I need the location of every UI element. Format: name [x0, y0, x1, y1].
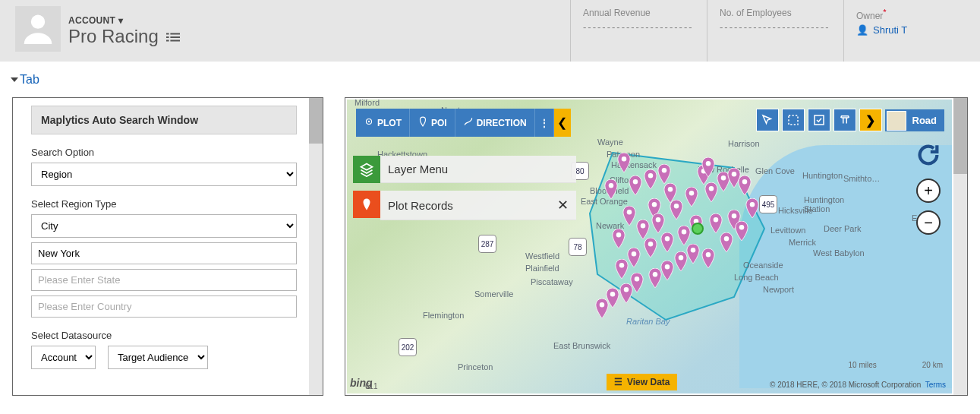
pushpin[interactable]	[669, 200, 684, 220]
pushpin[interactable]	[660, 232, 675, 252]
state-input[interactable]	[31, 269, 297, 291]
scrollbar[interactable]	[953, 98, 967, 395]
pushpin[interactable]	[651, 213, 666, 233]
svg-point-31	[724, 236, 729, 242]
refresh-button[interactable]	[915, 142, 941, 171]
list-icon[interactable]	[166, 26, 180, 47]
pushpin[interactable]	[685, 244, 701, 264]
svg-point-36	[616, 232, 622, 238]
view-data-button[interactable]: ☰ View Data	[607, 374, 677, 390]
collapse-left-button[interactable]: ❮	[554, 109, 571, 137]
map[interactable]: Milford Newton Hackettstown Wayne Paters…	[347, 100, 952, 393]
svg-point-25	[635, 277, 640, 282]
map-toolbar: PLOT POI DIRECTION ⋮ ❮	[356, 109, 571, 137]
pushpin[interactable]	[701, 157, 716, 177]
owner-link[interactable]: Shruti T	[873, 24, 907, 36]
pushpin[interactable]	[643, 238, 658, 258]
map-type-selector[interactable]: Road	[885, 109, 945, 131]
list-icon: ☰	[614, 377, 622, 387]
pushpin[interactable]	[622, 206, 637, 226]
city-input[interactable]	[31, 242, 297, 264]
select-tool[interactable]	[756, 109, 779, 131]
pushpin[interactable]	[611, 229, 626, 248]
field-annual-revenue[interactable]: Annual Revenue -----------------------	[570, 0, 707, 62]
person-icon	[21, 11, 55, 47]
svg-point-22	[648, 242, 654, 247]
svg-point-24	[619, 263, 625, 268]
region-type-label: Select Region Type	[31, 198, 297, 210]
field-owner[interactable]: Owner* 👤 Shruti T	[843, 0, 980, 62]
svg-point-13	[721, 175, 726, 181]
zoom-in-button[interactable]: +	[916, 179, 941, 203]
svg-point-29	[691, 248, 696, 253]
pushpin[interactable]	[719, 232, 734, 252]
pushpin[interactable]	[657, 164, 672, 184]
svg-point-20	[682, 229, 687, 235]
terms-link[interactable]: Terms	[925, 381, 946, 389]
search-option-label: Search Option	[31, 147, 297, 158]
target-icon	[364, 116, 374, 129]
panel-title: Maplytics Auto Search Window	[31, 106, 297, 134]
entity-type[interactable]: ACCOUNT ▾	[68, 15, 180, 26]
collapse-right-button[interactable]: ❯	[859, 109, 882, 131]
pushpin[interactable]	[635, 220, 651, 239]
scrollbar[interactable]	[309, 98, 323, 395]
pushpin[interactable]	[628, 175, 643, 195]
svg-point-17	[732, 213, 737, 219]
tab-header[interactable]: Tab	[12, 73, 968, 87]
svg-point-40	[706, 161, 711, 166]
svg-point-27	[665, 264, 670, 270]
crm-header: ACCOUNT ▾ Pro Racing Annual Revenue ----…	[0, 0, 980, 62]
svg-point-3	[622, 156, 627, 162]
country-input[interactable]	[31, 295, 297, 318]
pushpin[interactable]	[701, 248, 716, 268]
svg-point-39	[624, 287, 629, 292]
more-button[interactable]: ⋮	[535, 109, 554, 137]
svg-point-38	[610, 292, 616, 297]
pushpin[interactable]	[737, 175, 752, 195]
datasource-view-select[interactable]: Target Audience	[108, 346, 208, 369]
pushpin[interactable]	[616, 153, 632, 172]
pushpin[interactable]	[619, 283, 634, 303]
pushpin[interactable]	[603, 179, 619, 199]
region-type-select[interactable]: City	[31, 214, 297, 238]
svg-point-0	[31, 15, 45, 29]
pushpin[interactable]	[708, 213, 723, 233]
svg-rect-44	[815, 115, 824, 125]
svg-point-18	[714, 217, 719, 223]
zoom-out-button[interactable]: −	[916, 210, 941, 235]
direction-button[interactable]: DIRECTION	[455, 109, 535, 137]
svg-point-9	[674, 204, 679, 209]
svg-point-14	[732, 172, 737, 177]
svg-point-34	[641, 223, 646, 229]
plot-records-bar[interactable]: Plot Records✕	[353, 191, 576, 220]
pushpin[interactable]	[605, 288, 620, 308]
pushpin[interactable]	[676, 226, 692, 245]
datasource-entity-select[interactable]: Account	[31, 346, 96, 369]
account-name: Pro Racing	[68, 26, 159, 47]
svg-point-42	[368, 121, 370, 122]
route-icon	[463, 116, 474, 129]
pushpin[interactable]	[745, 198, 760, 218]
plot-button[interactable]: PLOT	[356, 109, 410, 137]
pushpin[interactable]	[684, 187, 699, 207]
svg-point-26	[653, 272, 658, 277]
delete-tool[interactable]	[833, 109, 856, 131]
svg-point-32	[739, 225, 745, 230]
pushpin[interactable]	[734, 221, 749, 241]
layer-menu-bar[interactable]: Layer Menu	[353, 156, 576, 183]
select-all-tool[interactable]	[808, 109, 830, 131]
pushpin[interactable]	[614, 259, 629, 279]
pushpin[interactable]	[643, 169, 658, 189]
poi-button[interactable]: POI	[410, 109, 455, 137]
center-point[interactable]	[692, 223, 704, 235]
field-no-of-employees[interactable]: No. of Employees -----------------------	[707, 0, 843, 62]
search-option-select[interactable]: Region	[31, 163, 297, 186]
scale-bar: 10 miles20 km	[849, 361, 943, 369]
pushpin[interactable]	[660, 261, 675, 280]
svg-point-5	[648, 173, 654, 179]
close-icon[interactable]: ✕	[557, 197, 569, 213]
box-select-tool[interactable]	[782, 109, 805, 131]
copyright: © 2018 HERE, © 2018 Microsoft Corporatio…	[770, 381, 946, 389]
svg-point-21	[665, 236, 670, 242]
